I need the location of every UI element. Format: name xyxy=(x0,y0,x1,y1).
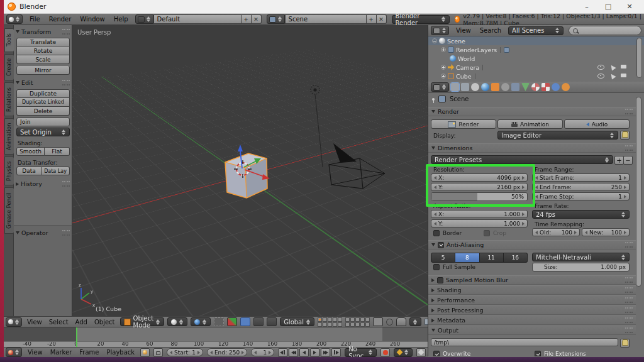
proportional-edit-icon[interactable] xyxy=(386,319,393,326)
stepper-right-icon[interactable] xyxy=(522,176,525,180)
data-button[interactable]: Data xyxy=(16,167,42,175)
visibility-eye-icon[interactable] xyxy=(597,74,604,79)
outliner-search-input[interactable] xyxy=(569,26,641,35)
border-checkbox[interactable]: Border xyxy=(433,230,462,236)
outliner-menu-view[interactable]: View xyxy=(454,27,473,34)
keep-ui-button[interactable] xyxy=(620,131,630,140)
tab-physics[interactable]: Physics xyxy=(4,156,14,185)
layer-grid-right[interactable] xyxy=(345,317,370,327)
smb-checkbox[interactable] xyxy=(437,277,443,283)
vp-menu-add[interactable]: Add xyxy=(74,319,89,326)
aa-samples-16[interactable]: 16 xyxy=(504,253,528,263)
tl-menu-playback[interactable]: Playback xyxy=(104,349,136,356)
tab-texture[interactable] xyxy=(541,83,550,91)
resolution-x-field[interactable]: X:4096 px xyxy=(431,173,528,182)
tl-menu-view[interactable]: View xyxy=(26,349,45,356)
selectability-cursor-icon[interactable] xyxy=(609,63,616,70)
remap-new-field[interactable]: New:100 xyxy=(582,228,630,236)
maximize-button[interactable]: □ xyxy=(597,3,619,11)
data-layout-button[interactable]: Data Lay xyxy=(42,167,70,175)
snap-element-select[interactable] xyxy=(409,317,421,326)
stepper-right-icon[interactable] xyxy=(522,212,525,216)
layer-grid-left[interactable] xyxy=(318,317,342,327)
stepper-right-icon[interactable] xyxy=(269,351,271,354)
stepper-right-icon[interactable] xyxy=(522,222,525,226)
delete-layout-button[interactable]: ✕ xyxy=(252,14,262,24)
menu-file[interactable]: File xyxy=(28,16,42,23)
scale-button[interactable]: Scale xyxy=(16,55,70,64)
stepper-left-icon[interactable] xyxy=(535,185,538,189)
stepper-left-icon[interactable] xyxy=(434,176,436,180)
lamp-center-icon[interactable] xyxy=(313,88,316,91)
expand-icon[interactable] xyxy=(441,47,446,52)
screen-layout-browse-button[interactable] xyxy=(135,14,153,24)
collapse-icon[interactable] xyxy=(432,38,437,43)
vp-menu-select[interactable]: Select xyxy=(47,319,70,326)
tab-modifiers[interactable] xyxy=(511,83,519,91)
renderability-camera-icon[interactable] xyxy=(621,65,626,69)
insert-keyframe-button[interactable] xyxy=(416,348,426,357)
screen-layout-name[interactable]: Default xyxy=(153,14,242,24)
mirror-button[interactable]: Mirror xyxy=(16,66,70,75)
stepper-right-icon[interactable] xyxy=(624,231,626,234)
outliner-row-world[interactable]: World xyxy=(428,54,644,63)
preview-range-clock-button[interactable] xyxy=(140,348,150,357)
current-frame-marker[interactable] xyxy=(76,327,77,347)
menu-window[interactable]: Window xyxy=(78,16,106,23)
render-animation-button[interactable]: Animation xyxy=(497,119,563,129)
stepper-right-icon[interactable] xyxy=(522,185,525,189)
aa-samples-11[interactable]: 11 xyxy=(480,253,504,263)
shade-smooth-button[interactable]: Smooth xyxy=(16,147,45,156)
editor-type-properties-button[interactable] xyxy=(431,82,449,92)
stepper-left-icon[interactable] xyxy=(434,185,436,189)
tab-material[interactable] xyxy=(531,83,540,91)
stepper-right-icon[interactable] xyxy=(197,351,200,354)
panel-transform-header[interactable]: Transform xyxy=(14,27,72,36)
end-frame-field[interactable]: End:250 xyxy=(207,348,247,356)
delete-button[interactable]: Delete xyxy=(16,107,70,116)
outliner-row-cube[interactable]: Cube xyxy=(428,72,644,80)
panel-post-processing-header[interactable]: Post Processing xyxy=(428,305,636,315)
panel-antialiasing-header[interactable]: Anti-Aliasing xyxy=(428,240,636,250)
browse-folder-button[interactable] xyxy=(620,339,630,348)
add-scene-button[interactable]: + xyxy=(367,14,377,24)
panel-metadata-header[interactable]: Metadata xyxy=(428,315,636,325)
render-engine-select[interactable]: Blender Render xyxy=(392,15,450,24)
duplicate-linked-button[interactable]: Duplicate Linked xyxy=(16,98,70,107)
panel-history-header[interactable]: History xyxy=(14,179,72,189)
tl-menu-marker[interactable]: Marker xyxy=(48,349,74,356)
mode-select[interactable]: Object Mode xyxy=(120,317,165,326)
editor-type-info-button[interactable] xyxy=(6,14,23,24)
overwrite-checkbox[interactable]: Overwrite xyxy=(433,351,470,356)
tab-relations[interactable]: Relations xyxy=(4,82,14,116)
stepper-left-icon[interactable] xyxy=(434,212,436,216)
editor-type-outliner-button[interactable] xyxy=(431,26,449,35)
render-button[interactable]: Render xyxy=(431,119,496,129)
sync-mode-select[interactable]: No Sync xyxy=(345,348,377,357)
stepper-left-icon[interactable] xyxy=(535,176,538,180)
translate-manipulator-button[interactable] xyxy=(240,317,250,326)
shade-flat-button[interactable]: Flat xyxy=(45,147,70,156)
file-extensions-checkbox[interactable]: File Extensions xyxy=(535,351,586,356)
stepper-left-icon[interactable] xyxy=(535,231,538,234)
remove-preset-button[interactable]: − xyxy=(623,156,633,165)
expand-icon[interactable] xyxy=(441,74,446,79)
start-frame-field[interactable]: Start:1 xyxy=(167,348,203,356)
pin-icon[interactable] xyxy=(432,98,435,101)
play-reverse-button[interactable] xyxy=(299,348,309,357)
menu-help[interactable]: Help xyxy=(112,16,130,23)
panel-output-header[interactable]: Output xyxy=(428,326,636,335)
full-sample-checkbox[interactable]: Full Sample xyxy=(433,264,475,270)
stepper-left-icon[interactable] xyxy=(434,222,436,226)
stepper-right-icon[interactable] xyxy=(624,185,626,189)
next-keyframe-button[interactable] xyxy=(321,348,330,357)
tl-menu-frame[interactable]: Frame xyxy=(77,349,101,356)
timeline-band[interactable] xyxy=(4,327,428,341)
tab-scene[interactable] xyxy=(471,83,479,91)
end-frame-field[interactable]: End Frame:250 xyxy=(532,183,630,191)
stepper-right-icon[interactable] xyxy=(624,176,626,180)
vp-menu-object[interactable]: Object xyxy=(92,319,117,326)
stepper-left-icon[interactable] xyxy=(170,351,172,354)
panel-shading-header[interactable]: Shading xyxy=(428,285,636,295)
panel-operator-header[interactable]: Operator xyxy=(14,228,72,238)
